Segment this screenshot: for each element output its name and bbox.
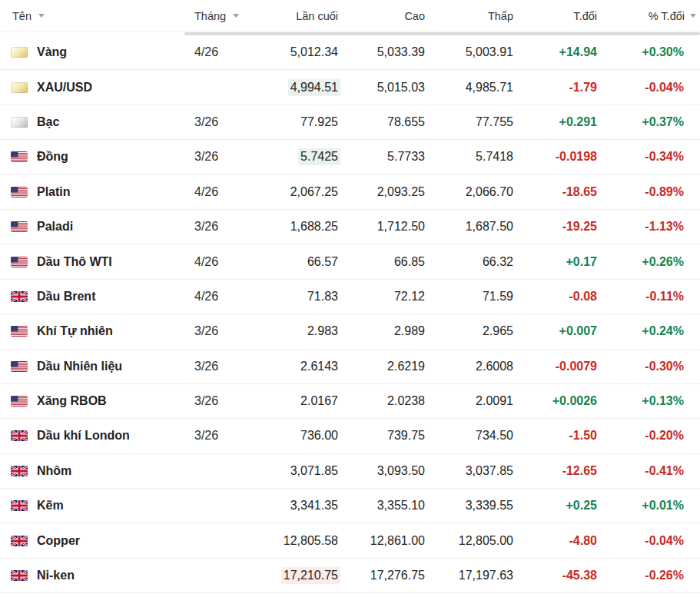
low-cell: 2.965 (425, 324, 513, 338)
table-row[interactable]: Kẽm 3,341.35 3,355.10 3,339.55 +0.25 +0.… (0, 489, 700, 523)
low-cell: 77.755 (425, 115, 513, 129)
instrument-cell[interactable]: Xăng RBOB (0, 394, 184, 408)
instrument-cell[interactable]: Dầu Thô WTI (0, 255, 184, 269)
header-low-label: Thấp (488, 10, 513, 22)
instrument-name: Nhôm (37, 464, 71, 478)
pct-change-cell: -0.34% (597, 150, 700, 164)
instrument-cell[interactable]: Dầu Brent (0, 290, 184, 304)
table-row[interactable]: Dầu Brent 4/26 71.83 72.12 71.59 -0.08 -… (0, 280, 700, 314)
last-value: 66.57 (307, 255, 338, 268)
change-cell: -45.38 (513, 569, 597, 582)
instrument-name: Xăng RBOB (37, 394, 107, 408)
uk-flag-icon (11, 291, 28, 302)
low-cell: 3,339.55 (425, 499, 513, 513)
instrument-cell[interactable]: Dầu Nhiên liệu (0, 360, 184, 373)
instrument-cell[interactable]: Bạc (0, 115, 184, 129)
header-name[interactable]: Tên (0, 10, 184, 22)
change-cell: +0.0026 (513, 394, 597, 408)
table-row[interactable]: Xăng RBOB 3/26 2.0167 2.0238 2.0091 +0.0… (0, 384, 700, 419)
high-cell: 2.6219 (338, 360, 425, 373)
table-row[interactable]: Dầu khí London 3/26 736.00 739.75 734.50… (0, 419, 700, 453)
low-cell: 17,197.63 (425, 569, 513, 582)
last-value: 17,210.75 (281, 567, 340, 584)
last-value: 4,994.51 (288, 79, 340, 96)
header-pct-change-label: % T.đổi (649, 10, 685, 22)
high-cell: 2,093.25 (338, 185, 425, 199)
last-cell: 3,341.35 (238, 499, 338, 513)
instrument-name: Copper (37, 534, 80, 548)
instrument-cell[interactable]: Paladi (0, 220, 184, 234)
header-high[interactable]: Cao (338, 10, 425, 22)
pct-change-cell: -0.89% (597, 185, 700, 199)
instrument-cell[interactable]: Kẽm (0, 499, 184, 513)
change-cell: -0.08 (513, 290, 597, 304)
last-value: 1,688.25 (290, 220, 338, 233)
instrument-cell[interactable]: Copper (0, 534, 184, 548)
high-cell: 1,712.50 (338, 220, 425, 234)
last-value: 71.83 (307, 290, 338, 303)
table-row[interactable]: XAU/USD 4,994.51 5,015.03 4,985.71 -1.79… (0, 70, 700, 105)
change-cell: -0.0079 (513, 360, 597, 373)
header-month-label: Tháng (194, 10, 226, 22)
table-row[interactable]: Vàng 4/26 5,012.34 5,033.39 5,003.91 +14… (0, 35, 700, 70)
change-cell: +0.25 (513, 499, 597, 513)
low-cell: 5,003.91 (425, 45, 513, 59)
high-cell: 12,861.00 (338, 534, 425, 548)
table-row[interactable]: Dầu Thô WTI 4/26 66.57 66.85 66.32 +0.17… (0, 244, 700, 279)
table-row[interactable]: Ni-ken 17,210.75 17,276.75 17,197.63 -45… (0, 559, 700, 593)
last-value: 3,071.85 (290, 464, 338, 477)
sort-arrow-icon (690, 14, 696, 18)
us-flag-icon (11, 361, 28, 372)
last-cell: 17,210.75 (238, 569, 338, 582)
header-month[interactable]: Tháng (184, 10, 238, 22)
month-cell: 4/26 (184, 45, 238, 59)
sort-arrow-icon (38, 14, 45, 18)
instrument-name: Dầu Brent (37, 290, 95, 304)
gold-icon (11, 47, 28, 58)
table-row[interactable]: Đồng 3/26 5.7425 5.7733 5.7418 -0.0198 -… (0, 140, 700, 174)
instrument-cell[interactable]: Vàng (0, 45, 184, 59)
high-cell: 739.75 (338, 429, 425, 443)
us-flag-icon (11, 396, 28, 407)
pct-change-cell: -0.04% (597, 534, 700, 548)
instrument-cell[interactable]: Nhôm (0, 464, 184, 478)
header-last[interactable]: Lần cuối (238, 10, 338, 22)
table-row[interactable]: Bạc 3/26 77.925 78.655 77.755 +0.291 +0.… (0, 105, 700, 140)
instrument-name: XAU/USD (37, 81, 92, 95)
header-change[interactable]: T.đổi (513, 10, 597, 22)
header-high-label: Cao (404, 10, 425, 22)
pct-change-cell: -0.11% (597, 290, 700, 304)
pct-change-cell: +0.01% (597, 499, 700, 513)
instrument-cell[interactable]: Platin (0, 185, 184, 199)
table-row[interactable]: Platin 4/26 2,067.25 2,093.25 2,066.70 -… (0, 175, 700, 210)
instrument-cell[interactable]: Đồng (0, 150, 184, 164)
pct-change-cell: -0.30% (597, 360, 700, 373)
instrument-cell[interactable]: Ni-ken (0, 569, 184, 582)
instrument-cell[interactable]: XAU/USD (0, 81, 184, 95)
last-value: 5.7425 (298, 148, 340, 165)
instrument-cell[interactable]: Dầu khí London (0, 429, 184, 443)
header-low[interactable]: Thấp (425, 10, 513, 22)
last-cell: 2.983 (238, 324, 338, 338)
instrument-cell[interactable]: Khí Tự nhiên (0, 324, 184, 338)
gold-icon (11, 82, 28, 93)
pct-change-cell: -1.13% (597, 220, 700, 234)
high-cell: 3,355.10 (338, 499, 425, 513)
table-row[interactable]: Nhôm 3,071.85 3,093.50 3,037.85 -12.65 -… (0, 454, 700, 489)
month-cell: 3/26 (184, 429, 238, 443)
table-row[interactable]: Dầu Nhiên liệu 3/26 2.6143 2.6219 2.6008… (0, 350, 700, 384)
table-row[interactable]: Paladi 3/26 1,688.25 1,712.50 1,687.50 -… (0, 210, 700, 244)
last-cell: 736.00 (238, 429, 338, 443)
month-cell: 4/26 (184, 255, 238, 269)
last-cell: 5.7425 (238, 150, 338, 164)
us-flag-icon (11, 151, 28, 162)
month-cell: 3/26 (184, 394, 238, 408)
last-cell: 3,071.85 (238, 464, 338, 478)
table-row[interactable]: Copper 12,805.58 12,861.00 12,805.00 -4.… (0, 523, 700, 558)
header-pct-change[interactable]: % T.đổi (597, 10, 700, 22)
table-row[interactable]: Khí Tự nhiên 3/26 2.983 2.989 2.965 +0.0… (0, 314, 700, 349)
change-cell: -1.79 (513, 81, 597, 95)
pct-change-cell: -0.20% (597, 429, 700, 443)
change-cell: +0.007 (513, 324, 597, 338)
month-cell: 3/26 (184, 360, 238, 373)
